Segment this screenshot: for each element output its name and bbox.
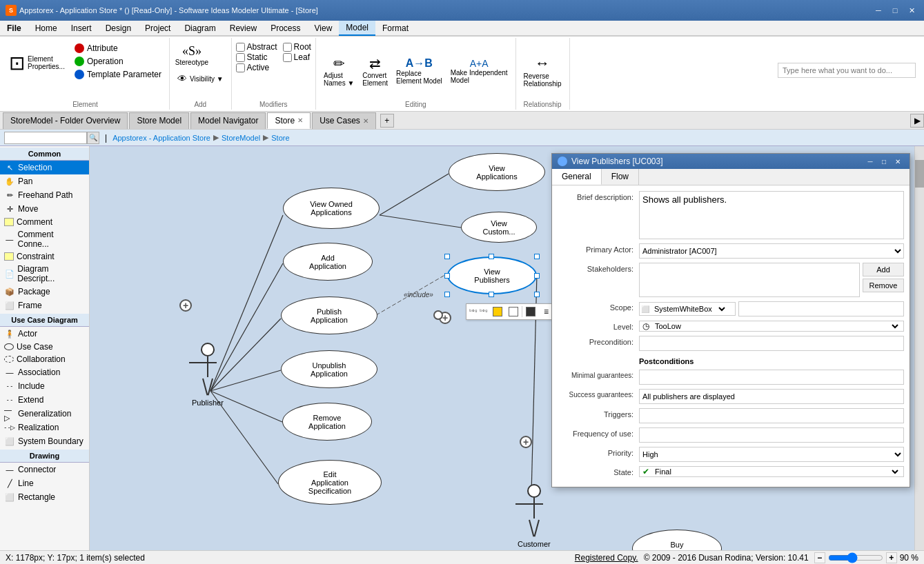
- triggers-input[interactable]: [639, 408, 904, 423]
- registered-copy[interactable]: Registered Copy.: [575, 553, 638, 563]
- sel-handle-br[interactable]: [534, 292, 540, 297]
- breadcrumb-store[interactable]: Store: [271, 134, 289, 142]
- tab-use-cases-close[interactable]: ✕: [363, 117, 368, 125]
- visibility-btn[interactable]: 👁 Visibility ▼: [174, 71, 227, 86]
- static-checkbox[interactable]: [236, 53, 245, 62]
- actor-customer[interactable]: Customer: [518, 484, 551, 548]
- uc-view-publishers[interactable]: ViewPublishers: [447, 256, 537, 294]
- tab-folder-overview[interactable]: StoreModel - Folder Overview: [3, 112, 128, 129]
- abstract-checkbox[interactable]: [236, 43, 245, 52]
- sel-handle-mr[interactable]: [534, 273, 540, 279]
- uc-view-custom[interactable]: ViewCustom...: [461, 212, 537, 243]
- success-guarantees-input[interactable]: [639, 389, 904, 404]
- uc-add-application[interactable]: AddApplication: [283, 243, 373, 281]
- actor-publisher[interactable]: Publisher: [192, 343, 224, 407]
- vertical-scrollbar[interactable]: [914, 146, 924, 550]
- menu-model[interactable]: Model: [339, 21, 375, 36]
- tab-model-navigator[interactable]: Model Navigator: [190, 112, 266, 129]
- tab-store-close[interactable]: ✕: [297, 117, 303, 124]
- panel-item-collaboration[interactable]: Collaboration: [0, 353, 89, 365]
- uc-unpublish-application[interactable]: UnpublishApplication: [281, 350, 377, 388]
- tab-scroll-btn[interactable]: ▶: [910, 114, 924, 128]
- scope-text-input[interactable]: [738, 301, 904, 316]
- dialog-minimize-btn[interactable]: ─: [864, 157, 876, 166]
- panel-item-diagram-desc[interactable]: 📄 Diagram Descript...: [0, 263, 89, 285]
- menu-format[interactable]: Format: [375, 21, 415, 36]
- state-select[interactable]: Final Draft Review: [652, 467, 901, 476]
- menu-view[interactable]: View: [308, 21, 340, 36]
- panel-item-include[interactable]: - - Include: [0, 379, 89, 393]
- zoom-in-btn[interactable]: +: [886, 552, 897, 563]
- close-btn[interactable]: ✕: [905, 5, 918, 16]
- template-param-btn[interactable]: Template Parameter: [71, 68, 165, 81]
- min-guarantees-input[interactable]: [639, 370, 904, 385]
- uc-publish-application[interactable]: PublishApplication: [281, 296, 377, 334]
- dialog-tab-general[interactable]: General: [552, 169, 602, 185]
- panel-item-comment-connector[interactable]: — Comment Conne...: [0, 228, 89, 250]
- add-tab-btn[interactable]: +: [380, 114, 394, 128]
- tab-store-model[interactable]: Store Model: [129, 112, 189, 129]
- ft-black-btn[interactable]: [523, 305, 538, 318]
- panel-item-usecase[interactable]: Use Case: [0, 341, 89, 353]
- menu-home[interactable]: Home: [28, 21, 64, 36]
- panel-item-frame[interactable]: ⬜ Frame: [0, 299, 89, 312]
- panel-item-line[interactable]: ╱ Line: [0, 476, 89, 490]
- panel-item-package[interactable]: 📦 Package: [0, 285, 89, 299]
- panel-item-realization[interactable]: - -▷ Realization: [0, 421, 89, 434]
- panel-item-system-boundary[interactable]: ⬜ System Boundary: [0, 434, 89, 448]
- minimize-btn[interactable]: ─: [872, 5, 885, 16]
- dialog-tab-flow[interactable]: Flow: [602, 169, 639, 185]
- adjust-names-btn[interactable]: ✏ AdjustNames ▼: [320, 53, 357, 89]
- level-select[interactable]: TooLow: [652, 321, 901, 331]
- element-properties-btn[interactable]: ⊡ ElementProperties...: [6, 42, 68, 83]
- search-button[interactable]: 🔍: [87, 132, 99, 144]
- search-field[interactable]: [4, 132, 87, 144]
- remove-stakeholder-btn[interactable]: Remove: [863, 279, 904, 292]
- active-checkbox[interactable]: [236, 63, 245, 72]
- sel-handle-tm[interactable]: [489, 254, 494, 259]
- panel-item-freehand[interactable]: ✏ Freehand Path: [0, 188, 89, 202]
- zoom-slider[interactable]: [828, 552, 883, 563]
- panel-item-selection[interactable]: ↖ Selection: [0, 161, 89, 174]
- root-checkbox[interactable]: [283, 43, 292, 52]
- scope-select[interactable]: SystemWhiteBox: [651, 304, 727, 314]
- menu-insert[interactable]: Insert: [64, 21, 99, 36]
- stakeholders-list[interactable]: [639, 263, 860, 297]
- reverse-relationship-btn[interactable]: ↔ ReverseRelationship: [520, 52, 565, 90]
- breadcrumb-storemodel[interactable]: StoreModel: [222, 134, 260, 142]
- convert-element-btn[interactable]: ⇄ ConvertElement: [359, 53, 391, 89]
- panel-item-constraint[interactable]: Constraint: [0, 250, 89, 263]
- precondition-input[interactable]: [639, 336, 904, 351]
- primary-actor-select[interactable]: Administrator [AC007]: [639, 243, 904, 259]
- menu-review[interactable]: Review: [223, 21, 264, 36]
- replace-element-btn[interactable]: A→B ReplaceElement Model: [393, 55, 446, 87]
- sel-handle-bm[interactable]: [489, 292, 494, 297]
- menu-process[interactable]: Process: [264, 21, 307, 36]
- priority-select[interactable]: High Medium Low: [639, 447, 904, 462]
- sel-handle-bl[interactable]: [444, 292, 450, 297]
- panel-item-comment[interactable]: Comment: [0, 216, 89, 228]
- ft-white-btn[interactable]: [506, 305, 521, 318]
- dialog-maximize-btn[interactable]: □: [878, 157, 890, 166]
- attribute-btn[interactable]: Attribute: [71, 42, 165, 54]
- maximize-btn[interactable]: □: [888, 5, 902, 16]
- sel-handle-ml[interactable]: [444, 273, 450, 279]
- uc-edit-app-spec[interactable]: EditApplicationSpecification: [278, 460, 382, 505]
- uc-view-owned-apps[interactable]: View OwnedApplications: [283, 188, 380, 229]
- stereotype-btn[interactable]: «S» Stereotype: [174, 42, 210, 68]
- panel-item-connector[interactable]: — Connector: [0, 463, 89, 476]
- tab-store[interactable]: Store ✕: [267, 112, 311, 129]
- uc-buy-application[interactable]: BuyApplication: [632, 530, 722, 550]
- menu-design[interactable]: Design: [99, 21, 138, 36]
- panel-item-pan[interactable]: ✋ Pan: [0, 174, 89, 188]
- menu-project[interactable]: Project: [138, 21, 177, 36]
- add-stakeholder-btn[interactable]: Add: [863, 263, 904, 276]
- ribbon-search-input[interactable]: [778, 63, 916, 78]
- sel-handle-tl[interactable]: [444, 254, 450, 259]
- panel-item-move[interactable]: ✛ Move: [0, 202, 89, 216]
- add-btn-left[interactable]: +: [179, 299, 192, 312]
- ft-color-btn[interactable]: [490, 305, 505, 318]
- frequency-input[interactable]: [639, 427, 904, 443]
- canvas[interactable]: «include» View OwnedApplications AddAppl…: [90, 146, 924, 550]
- leaf-checkbox[interactable]: [283, 53, 292, 62]
